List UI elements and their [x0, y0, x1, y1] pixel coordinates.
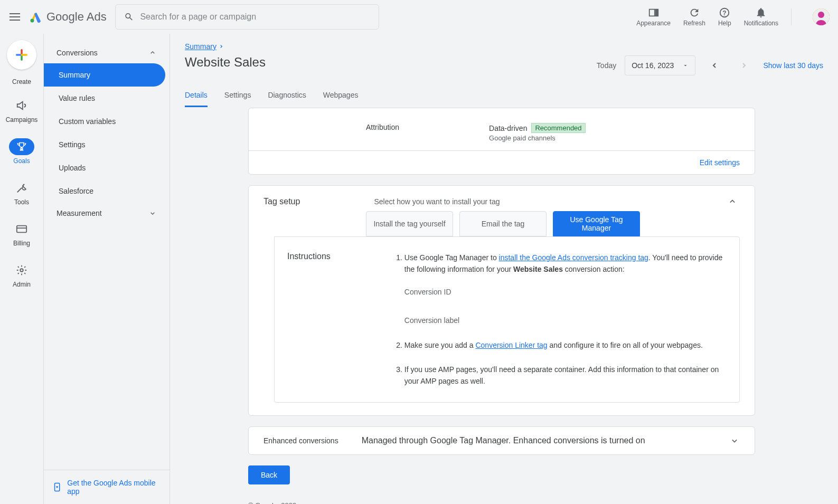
account-avatar[interactable]: [813, 8, 830, 25]
install-tab-email[interactable]: Email the tag: [459, 211, 547, 236]
instruction-step-3: If you use AMP pages, you'll need a sepa…: [404, 364, 724, 387]
mobile-icon: [52, 482, 62, 492]
sidebar-item-summary[interactable]: Summary: [44, 63, 165, 87]
rail-admin[interactable]: Admin: [0, 259, 43, 291]
header-actions: Appearance Refresh ? Help Notifications: [636, 7, 830, 27]
left-rail: Create Campaigns Goals Tools Billing Adm…: [0, 34, 43, 504]
appearance-button[interactable]: Appearance: [636, 7, 671, 27]
install-method-tabs: Install the tag yourself Email the tag U…: [249, 211, 755, 236]
detail-tabs: Details Settings Diagnostics Webpages: [185, 84, 823, 108]
collapse-button[interactable]: [727, 196, 740, 207]
breadcrumb-summary[interactable]: Summary: [185, 42, 224, 51]
appearance-icon: [648, 7, 660, 18]
sidebar: Conversions Summary Value rules Custom v…: [43, 34, 170, 504]
chevron-up-icon: [727, 196, 738, 207]
edit-settings-link[interactable]: Edit settings: [700, 158, 740, 167]
date-today-label: Today: [597, 61, 616, 70]
attribution-label: Attribution: [366, 123, 399, 131]
chevron-down-icon: [148, 209, 157, 217]
conversion-linker-link[interactable]: Conversion Linker tag: [475, 341, 547, 349]
tag-setup-title: Tag setup: [263, 197, 300, 206]
page-title: Website Sales: [185, 55, 266, 70]
instruction-step-1: Use Google Tag Manager to install the Go…: [404, 252, 724, 327]
create-button[interactable]: [7, 40, 36, 70]
search-icon: [124, 12, 134, 22]
instructions-panel: Instructions Use Google Tag Manager to i…: [274, 236, 740, 403]
chevron-left-icon: [710, 61, 719, 70]
svg-text:?: ?: [723, 9, 727, 17]
sidebar-item-uploads[interactable]: Uploads: [44, 156, 165, 179]
instruction-step-2: Make sure you add a Conversion Linker ta…: [404, 339, 724, 351]
tab-details[interactable]: Details: [185, 84, 208, 107]
main-content: Summary Website Sales Today Oct 16, 2023…: [170, 34, 838, 504]
date-prev-button[interactable]: [704, 55, 725, 76]
chevron-right-icon: [219, 44, 224, 49]
install-tab-yourself[interactable]: Install the tag yourself: [366, 211, 453, 236]
chevron-down-icon: [729, 435, 740, 446]
divider: [791, 8, 792, 25]
back-button[interactable]: Back: [248, 465, 290, 484]
gear-icon: [16, 264, 27, 276]
tab-webpages[interactable]: Webpages: [323, 84, 359, 107]
sidebar-item-settings[interactable]: Settings: [44, 133, 165, 156]
menu-icon[interactable]: [8, 11, 21, 23]
attribution-model: Data-driven: [489, 124, 527, 132]
enhanced-title: Enhanced conversions: [263, 436, 338, 445]
product-name: Google Ads: [46, 10, 107, 24]
product-logo[interactable]: Google Ads: [30, 10, 107, 24]
search-input[interactable]: [140, 12, 370, 22]
dropdown-arrow-icon: [682, 62, 689, 69]
copyright: © Google, 2023.: [248, 501, 823, 504]
rail-campaigns[interactable]: Campaigns: [0, 94, 43, 127]
chevron-right-icon: [740, 61, 748, 70]
date-next-button[interactable]: [733, 55, 755, 76]
chevron-up-icon: [148, 49, 157, 57]
tab-settings[interactable]: Settings: [224, 84, 251, 107]
show-last-30-link[interactable]: Show last 30 days: [763, 61, 823, 70]
rail-billing[interactable]: Billing: [0, 217, 43, 250]
recommended-badge: Recommended: [531, 123, 585, 133]
help-icon: ?: [719, 7, 730, 18]
conversion-label-label: Conversion label: [404, 315, 724, 326]
attribution-card: Attribution Data-driven Recommended Goog…: [248, 108, 755, 175]
tools-icon: [16, 182, 27, 194]
tab-diagnostics[interactable]: Diagnostics: [268, 84, 306, 107]
refresh-button[interactable]: Refresh: [683, 7, 705, 27]
instructions-title: Instructions: [275, 252, 331, 387]
help-button[interactable]: ? Help: [718, 7, 731, 27]
date-controls: Today Oct 16, 2023 Show last 30 days: [597, 55, 823, 76]
sidebar-group-measurement[interactable]: Measurement: [44, 203, 170, 224]
notifications-button[interactable]: Notifications: [744, 7, 778, 27]
plus-icon: [14, 47, 29, 62]
install-tab-gtm[interactable]: Use Google Tag Manager: [553, 211, 640, 236]
trophy-icon: [16, 141, 27, 152]
svg-point-4: [818, 12, 824, 18]
create-label: Create: [12, 78, 31, 85]
search-box[interactable]: [115, 4, 379, 30]
rail-goals[interactable]: Goals: [0, 135, 43, 168]
app-header: Google Ads Appearance Refresh ? Help Not…: [0, 0, 838, 34]
date-range-dropdown[interactable]: Oct 16, 2023: [625, 55, 695, 75]
enhanced-conversions-card[interactable]: Enhanced conversions Managed through Goo…: [248, 426, 755, 455]
svg-point-0: [31, 19, 34, 23]
sidebar-item-salesforce[interactable]: Salesforce: [44, 179, 165, 203]
sidebar-group-conversions[interactable]: Conversions: [44, 42, 170, 63]
rail-tools[interactable]: Tools: [0, 176, 43, 209]
sidebar-item-value-rules[interactable]: Value rules: [44, 87, 165, 110]
card-icon: [16, 223, 27, 235]
bell-icon: [755, 7, 767, 18]
install-tag-link[interactable]: install the Google Ads conversion tracki…: [499, 253, 648, 262]
mobile-app-link[interactable]: Get the Google Ads mobile app: [44, 470, 170, 504]
enhanced-description: Managed through Google Tag Manager. Enha…: [362, 436, 706, 445]
tag-setup-card: Tag setup Select how you want to install…: [248, 185, 755, 416]
conversion-id-label: Conversion ID: [404, 286, 724, 298]
attribution-channels: Google paid channels: [489, 134, 586, 142]
svg-rect-5: [17, 226, 26, 233]
refresh-icon: [689, 7, 700, 18]
megaphone-icon: [16, 100, 27, 111]
svg-point-6: [20, 269, 23, 272]
sidebar-item-custom-variables[interactable]: Custom variables: [44, 110, 165, 133]
tag-setup-subtitle: Select how you want to install your tag: [374, 197, 653, 206]
